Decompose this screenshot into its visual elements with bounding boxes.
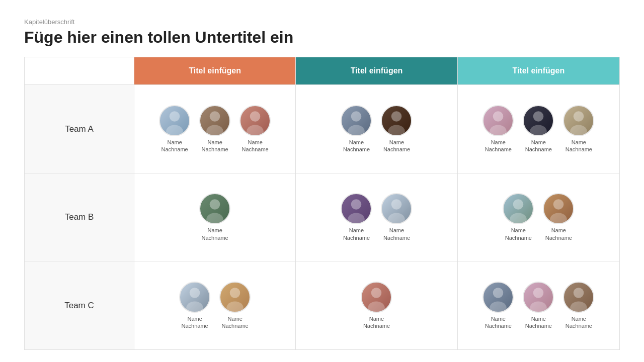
person-name: Name Nachname [222, 315, 249, 330]
avatar [199, 193, 230, 224]
cell-r0-c2: Name Nachname Name Nachname Name Nachnam… [458, 85, 619, 173]
svg-point-7 [348, 125, 365, 136]
svg-point-14 [574, 111, 584, 122]
person-name: Name Nachname [525, 315, 552, 330]
svg-point-37 [570, 301, 587, 313]
svg-point-13 [530, 125, 547, 136]
svg-point-16 [210, 200, 220, 210]
avatar [381, 193, 412, 224]
cell-r1-c2: Name Nachname Name Nachname [458, 173, 619, 261]
svg-point-24 [553, 200, 564, 210]
svg-point-2 [210, 111, 220, 122]
avatar [543, 193, 574, 224]
person-name: Name Nachname [182, 315, 208, 330]
avatar [482, 282, 514, 313]
header-col2: Titel einfügen [296, 57, 457, 84]
main-table: Titel einfügen Titel einfügen Titel einf… [24, 57, 620, 350]
cell-r1-c1: Name Nachname Name Nachname [296, 173, 457, 261]
svg-point-27 [186, 301, 203, 313]
svg-point-0 [170, 111, 180, 122]
svg-point-18 [351, 200, 362, 210]
svg-point-30 [371, 288, 382, 298]
row-label-1: Team B [25, 173, 134, 261]
person-name: Name Nachname [545, 227, 572, 241]
person-card: Name Nachname [482, 105, 514, 153]
svg-point-9 [388, 125, 406, 136]
svg-point-11 [490, 125, 507, 136]
person-card: Name Nachname [159, 105, 190, 153]
person-name: Name Nachname [566, 139, 592, 153]
person-name: Name Nachname [383, 227, 410, 241]
cell-r0-c0: Name Nachname Name Nachname Name Nachnam… [134, 85, 296, 173]
svg-point-12 [533, 111, 544, 122]
svg-point-22 [513, 200, 524, 210]
svg-point-3 [206, 125, 223, 136]
person-card: Name Nachname [341, 193, 372, 241]
avatar [179, 282, 210, 313]
avatar [159, 105, 190, 136]
person-card: Name Nachname [523, 282, 554, 330]
person-name: Name Nachname [485, 139, 512, 153]
person-name: Name Nachname [363, 315, 390, 330]
svg-point-31 [368, 301, 385, 313]
cell-r1-c0: Name Nachname [134, 173, 296, 261]
svg-point-21 [388, 213, 406, 225]
svg-point-33 [490, 301, 507, 313]
avatar [503, 193, 534, 224]
svg-point-15 [570, 125, 587, 136]
svg-point-23 [510, 213, 527, 225]
person-name: Name Nachname [525, 139, 552, 153]
table-row: Team A Name Nachname Name Nachname Name … [25, 84, 619, 173]
cell-r0-c1: Name Nachname Name Nachname [296, 85, 457, 173]
person-card: Name Nachname [199, 193, 230, 241]
svg-point-36 [574, 288, 584, 298]
row-label-2: Team C [25, 261, 134, 349]
page: Kapitelüberschrift Füge hier einen tolle… [0, 0, 644, 362]
avatar [482, 105, 514, 136]
svg-point-35 [530, 301, 547, 313]
header-col3: Titel einfügen [458, 57, 619, 84]
svg-point-4 [250, 111, 261, 122]
avatar [219, 282, 251, 313]
header-col1: Titel einfügen [134, 57, 296, 84]
svg-point-10 [493, 111, 504, 122]
svg-point-20 [391, 200, 402, 210]
person-card: Name Nachname [563, 282, 594, 330]
person-card: Name Nachname [219, 282, 251, 330]
main-title: Füge hier einen tollen Untertitel ein [24, 28, 620, 47]
svg-point-28 [230, 288, 240, 298]
person-name: Name Nachname [202, 139, 228, 153]
person-card: Name Nachname [341, 105, 372, 153]
person-card: Name Nachname [563, 105, 594, 153]
person-card: Name Nachname [381, 193, 412, 241]
person-card: Name Nachname [179, 282, 210, 330]
person-name: Name Nachname [162, 139, 188, 153]
person-card: Name Nachname [361, 282, 392, 330]
svg-point-32 [493, 288, 504, 298]
person-name: Name Nachname [566, 315, 592, 330]
avatar [523, 282, 554, 313]
avatar [361, 282, 392, 313]
row-label-0: Team A [25, 85, 134, 173]
person-name: Name Nachname [202, 227, 228, 241]
chapter-label: Kapitelüberschrift [24, 18, 620, 26]
table-row: Team C Name Nachname Name Nachname Name … [25, 261, 619, 349]
avatar [563, 282, 594, 313]
person-card: Name Nachname [381, 105, 412, 153]
svg-point-5 [247, 125, 264, 136]
person-name: Name Nachname [505, 227, 532, 241]
person-name: Name Nachname [343, 227, 370, 241]
person-card: Name Nachname [239, 105, 271, 153]
avatar [523, 105, 554, 136]
person-name: Name Nachname [343, 139, 370, 153]
svg-point-34 [533, 288, 544, 298]
svg-point-8 [391, 111, 402, 122]
person-name: Name Nachname [485, 315, 512, 330]
person-card: Name Nachname [482, 282, 514, 330]
table-row: Team B Name Nachname Name Nachname Name … [25, 173, 619, 261]
avatar [341, 105, 372, 136]
header-empty [25, 57, 134, 84]
person-name: Name Nachname [383, 139, 410, 153]
svg-point-17 [206, 213, 223, 225]
svg-point-1 [166, 125, 183, 136]
